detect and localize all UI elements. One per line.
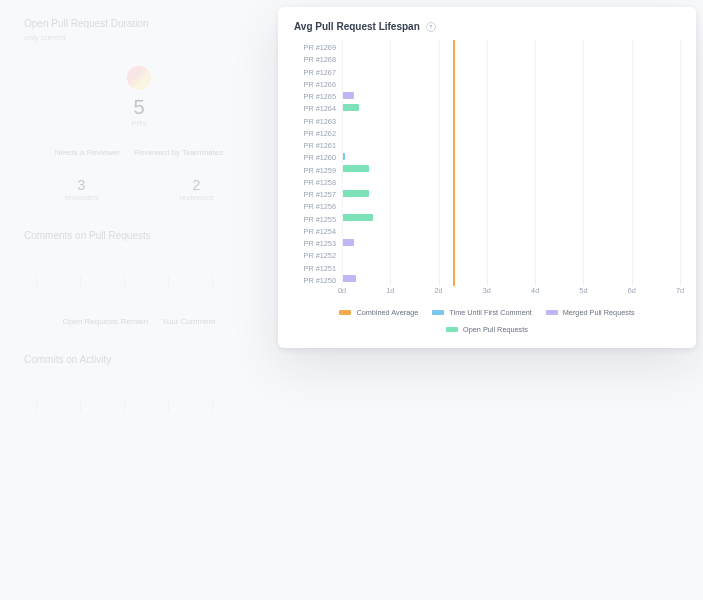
combined-average-line	[453, 40, 455, 286]
bar-purple	[342, 92, 354, 99]
bar-row	[342, 236, 354, 248]
bar-purple	[342, 239, 354, 246]
y-axis-label: PR #1267	[294, 67, 342, 79]
y-axis-label: PR #1265	[294, 91, 342, 103]
lifespan-modal: Avg Pull Request Lifespan ? PR #1269PR #…	[278, 7, 696, 348]
grid-line	[390, 40, 391, 286]
x-axis-tick: 6d	[628, 286, 636, 295]
grid-line	[680, 40, 681, 286]
bg-col1-num: 3	[64, 177, 98, 193]
bar-row	[342, 101, 359, 113]
bar-green	[342, 190, 369, 197]
y-axis-label: PR #1261	[294, 140, 342, 152]
bg-section1-title: Open Pull Request Duration	[24, 18, 254, 29]
legend-open: Open Pull Requests	[446, 325, 528, 334]
bg-big-num: 5	[24, 96, 254, 119]
bg-sec2-legend-b: Your Comment	[162, 317, 215, 326]
y-axis-label: PR #1255	[294, 214, 342, 226]
y-axis-label: PR #1264	[294, 103, 342, 115]
y-axis-label: PR #1258	[294, 177, 342, 189]
bg-col1-lbl: reviewers	[64, 193, 98, 202]
modal-title: Avg Pull Request Lifespan	[294, 21, 420, 32]
bar-row	[342, 187, 369, 199]
x-axis-tick: 1d	[386, 286, 394, 295]
grid-line	[342, 40, 343, 286]
bar-row	[342, 212, 373, 224]
y-axis-label: PR #1268	[294, 54, 342, 66]
bg-legend-a: Needs a Reviewer	[55, 148, 120, 157]
y-axis-label: PR #1263	[294, 116, 342, 128]
x-axis-tick: 5d	[579, 286, 587, 295]
bg-section2-title: Comments on Pull Requests	[24, 230, 254, 241]
pie-icon	[127, 66, 151, 90]
bg-sec2-legend-a: Open Requests Remain	[63, 317, 148, 326]
swatch-orange-icon	[339, 310, 351, 315]
bar-green	[342, 104, 359, 111]
grid-line	[487, 40, 488, 286]
x-axis-tick: 0d	[338, 286, 346, 295]
y-axis-label: PR #1257	[294, 189, 342, 201]
y-axis-label: PR #1262	[294, 128, 342, 140]
y-axis-label: PR #1252	[294, 250, 342, 262]
y-axis-label: PR #1259	[294, 165, 342, 177]
y-axis-label: PR #1260	[294, 152, 342, 164]
y-axis-label: PR #1251	[294, 263, 342, 275]
bar-green	[342, 165, 369, 172]
legend-merged: Merged Pull Requests	[546, 308, 635, 317]
swatch-green-icon	[446, 327, 458, 332]
legend-combined-average: Combined Average	[339, 308, 418, 317]
x-axis-tick: 7d	[676, 286, 684, 295]
grid-line	[439, 40, 440, 286]
bar-row	[342, 163, 369, 175]
bg-col2-lbl: reviewers	[179, 193, 213, 202]
bg-section1-sub: only current	[24, 33, 254, 42]
info-icon[interactable]: ?	[426, 22, 436, 32]
bg-big-lbl: PRs	[24, 119, 254, 128]
grid-line	[632, 40, 633, 286]
bg-legend-b: Reviewed by Teammates	[134, 148, 223, 157]
swatch-purple-icon	[546, 310, 558, 315]
y-axis-label: PR #1256	[294, 201, 342, 213]
y-axis-label: PR #1266	[294, 79, 342, 91]
x-axis-tick: 4d	[531, 286, 539, 295]
bar-row	[342, 89, 354, 101]
grid-line	[535, 40, 536, 286]
x-axis-tick: 2d	[435, 286, 443, 295]
legend-first-comment: Time Until First Comment	[432, 308, 531, 317]
y-axis-label: PR #1250	[294, 275, 342, 287]
swatch-blue-icon	[432, 310, 444, 315]
bg-section3-title: Commits on Activity	[24, 354, 254, 365]
bar-purple	[342, 275, 356, 282]
chart-legend: Combined Average Time Until First Commen…	[294, 308, 680, 334]
bg-chart-placeholder-1	[24, 251, 254, 311]
bg-col2-num: 2	[179, 177, 213, 193]
y-axis-label: PR #1253	[294, 238, 342, 250]
bg-chart-placeholder-2	[24, 375, 254, 435]
x-axis-tick: 3d	[483, 286, 491, 295]
y-axis-label: PR #1269	[294, 42, 342, 54]
lifespan-chart: PR #1269PR #1268PR #1267PR #1266PR #1265…	[294, 40, 680, 286]
bar-green	[342, 214, 373, 221]
bar-row	[342, 273, 356, 285]
y-axis-label: PR #1254	[294, 226, 342, 238]
grid-line	[583, 40, 584, 286]
